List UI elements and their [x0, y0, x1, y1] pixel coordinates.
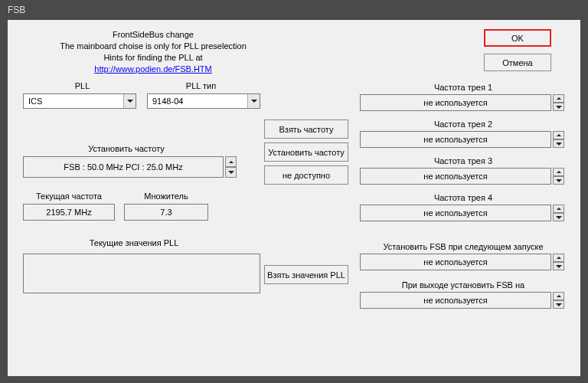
- tray2-field: не используется: [360, 131, 551, 148]
- titlebar: FSB: [0, 0, 588, 20]
- fsb-exit-group: При выходе установить FSB на не использу…: [360, 280, 567, 309]
- tray4-value: не используется: [423, 208, 487, 218]
- dropdown-arrow-icon[interactable]: [247, 94, 260, 108]
- spin-up-icon[interactable]: [553, 292, 564, 300]
- pll-combo[interactable]: ICS: [23, 93, 136, 109]
- spin-down-icon[interactable]: [553, 262, 564, 270]
- cur-freq-field: 2195.7 MHz: [23, 204, 115, 221]
- tray3-group: Частота трея 3 не используется: [360, 156, 567, 185]
- set-freq-button[interactable]: Установить частоту: [264, 142, 348, 162]
- cur-pll-label: Текущие значения PLL: [23, 238, 245, 247]
- multiplier-value: 7.3: [160, 208, 172, 217]
- header-block: FrontSideBus change The mainboard choise…: [34, 29, 272, 75]
- fsb-next-group: Установить FSB при следующем запуске не …: [360, 242, 567, 270]
- header-line2: The mainboard choise is only for PLL pre…: [34, 41, 272, 52]
- tray1-group: Частота трея 1 не используется: [360, 83, 567, 111]
- window-title: FSB: [8, 5, 25, 15]
- cur-freq-label: Текущая частота: [23, 192, 115, 201]
- tray3-value: не используется: [423, 172, 487, 181]
- help-link[interactable]: http://www.podien.de/FSB.HTM: [94, 64, 211, 74]
- not-available-button[interactable]: не доступно: [264, 165, 348, 185]
- fsb-next-label: Установить FSB при следующем запуске: [360, 242, 567, 251]
- header-line1: FrontSideBus change: [34, 29, 272, 41]
- fsb-next-field: не используется: [360, 254, 551, 270]
- header-line3: Hints for finding the PLL at: [34, 52, 272, 64]
- tray3-label: Частота трея 3: [360, 156, 567, 165]
- fsb-next-spinner: [553, 254, 564, 270]
- cancel-button[interactable]: Отмена: [484, 54, 551, 71]
- spin-down-icon[interactable]: [553, 139, 564, 148]
- tray4-label: Частота трея 4: [360, 193, 567, 202]
- spin-down-icon[interactable]: [553, 300, 564, 309]
- spin-up-icon[interactable]: [553, 254, 564, 262]
- cur-freq-value: 2195.7 MHz: [46, 208, 91, 217]
- fsb-exit-label: При выходе установить FSB на: [360, 280, 567, 290]
- pll-type-combo-value: 9148-04: [148, 97, 247, 106]
- pll-type-label: PLL тип: [142, 81, 260, 90]
- spin-down-icon[interactable]: [553, 213, 564, 221]
- multiplier-field: 7.3: [124, 204, 208, 221]
- tray4-field: не используется: [360, 205, 551, 221]
- tray3-field: не используется: [360, 168, 551, 185]
- fsb-exit-field: не используется: [360, 292, 551, 309]
- get-pll-button[interactable]: Взять значения PLL: [264, 265, 348, 284]
- spin-down-icon[interactable]: [553, 103, 564, 111]
- dialog-content: FrontSideBus change The mainboard choise…: [8, 20, 580, 376]
- tray2-label: Частота трея 2: [360, 119, 567, 129]
- tray2-spinner: [553, 131, 564, 148]
- spin-up-icon[interactable]: [553, 205, 564, 213]
- tray1-value: не используется: [423, 98, 487, 107]
- tray4-group: Частота трея 4 не используется: [360, 193, 567, 221]
- pll-label: PLL: [23, 81, 142, 90]
- spin-up-icon[interactable]: [553, 131, 564, 139]
- fsb-exit-value: не используется: [423, 296, 487, 305]
- pll-labels-row: PLL PLL тип: [23, 81, 260, 90]
- tray4-spinner: [553, 205, 564, 221]
- tray1-spinner: [553, 94, 564, 111]
- tray1-label: Частота трея 1: [360, 83, 567, 92]
- dropdown-arrow-icon[interactable]: [123, 94, 136, 108]
- set-freq-field: FSB : 50.0 MHz PCI : 25.0 MHz: [23, 156, 224, 178]
- pll-combo-value: ICS: [24, 97, 123, 106]
- tray1-field: не используется: [360, 94, 551, 111]
- tray2-group: Частота трея 2 не используется: [360, 119, 567, 148]
- get-freq-button[interactable]: Взять частоту: [264, 119, 348, 139]
- fsb-exit-spinner: [553, 292, 564, 309]
- spin-down-icon[interactable]: [225, 167, 237, 178]
- pll-type-combo[interactable]: 9148-04: [147, 93, 260, 109]
- set-freq-label: Установить частоту: [23, 144, 230, 153]
- spin-up-icon[interactable]: [553, 94, 564, 103]
- fsb-next-value: не используется: [423, 257, 487, 267]
- set-freq-spinner: [225, 156, 237, 178]
- spin-down-icon[interactable]: [553, 176, 564, 185]
- spin-up-icon[interactable]: [225, 156, 237, 167]
- cur-pll-field: [23, 254, 260, 293]
- ok-button[interactable]: OK: [484, 29, 551, 47]
- tray3-spinner: [553, 168, 564, 185]
- pll-combos-row: ICS 9148-04: [23, 93, 260, 109]
- tray2-value: не используется: [423, 135, 487, 144]
- spin-up-icon[interactable]: [553, 168, 564, 176]
- set-freq-value: FSB : 50.0 MHz PCI : 25.0 MHz: [64, 162, 182, 172]
- multiplier-label: Множитель: [124, 192, 208, 201]
